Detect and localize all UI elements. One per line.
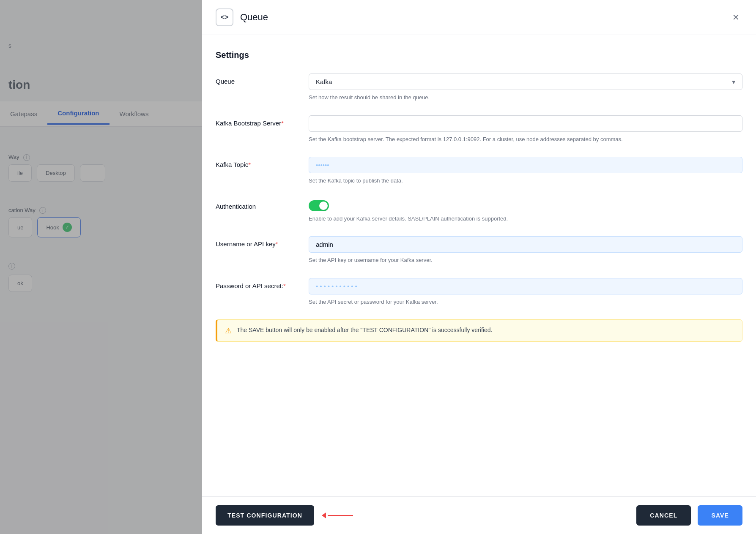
queue-label: Queue (216, 78, 235, 85)
toggle-knob (319, 202, 328, 210)
modal-panel: <> Queue ✕ Settings Queue Kafka RabbitMQ… (202, 0, 756, 534)
footer-right: CANCEL SAVE (636, 505, 742, 526)
arrow-line (328, 515, 353, 516)
bootstrap-label-col: Kafka Bootstrap Server* (216, 115, 309, 127)
test-configuration-button[interactable]: TEST CONFIGURATION (216, 505, 314, 526)
queue-select-wrapper[interactable]: Kafka RabbitMQ SQS ▼ (309, 74, 742, 90)
password-required: * (283, 282, 286, 289)
kafka-topic-label: Kafka Topic* (216, 161, 251, 168)
authentication-toggle-wrapper (309, 199, 742, 211)
authentication-input-col: Enable to add your Kafka server details.… (309, 199, 742, 223)
kafka-topic-row: Kafka Topic* Set the Kafka topic to publ… (216, 157, 742, 185)
arrow-head-icon (322, 512, 326, 518)
username-input[interactable] (309, 236, 742, 253)
authentication-toggle[interactable] (309, 200, 329, 211)
kafka-topic-input-col: Set the Kafka topic to publish the data. (309, 157, 742, 185)
warning-box: ⚠ The SAVE button will only be enabled a… (216, 319, 742, 342)
username-required: * (276, 240, 278, 248)
settings-title: Settings (216, 50, 742, 60)
queue-hint: Set how the result should be shared in t… (309, 93, 742, 102)
password-input[interactable] (309, 278, 742, 294)
bootstrap-hint: Set the Kafka bootstrap server. The expe… (309, 135, 742, 144)
username-label: Username or API key* (216, 240, 278, 248)
queue-field-row: Queue Kafka RabbitMQ SQS ▼ Set how the r… (216, 74, 742, 102)
password-row: Password or API secret:* Set the API sec… (216, 278, 742, 306)
kafka-topic-input[interactable] (309, 157, 742, 173)
queue-label-col: Queue (216, 74, 309, 85)
username-hint: Set the API key or username for your Kaf… (309, 256, 742, 264)
cancel-button[interactable]: CANCEL (636, 505, 691, 526)
save-button[interactable]: SAVE (698, 505, 742, 526)
warning-text: The SAVE button will only be enabled aft… (237, 326, 492, 335)
authentication-label-col: Authentication (216, 199, 309, 210)
close-button[interactable]: ✕ (729, 11, 742, 24)
bootstrap-label: Kafka Bootstrap Server* (216, 120, 284, 127)
queue-select[interactable]: Kafka RabbitMQ SQS (309, 74, 742, 90)
code-icon: <> (221, 14, 229, 21)
modal-title: Queue (240, 12, 268, 23)
bootstrap-input-col: Set the Kafka bootstrap server. The expe… (309, 115, 742, 144)
bootstrap-server-input[interactable] (309, 115, 742, 132)
kafka-topic-label-col: Kafka Topic* (216, 157, 309, 169)
modal-header-left: <> Queue (216, 8, 268, 26)
topic-required: * (248, 161, 251, 168)
bootstrap-server-row: Kafka Bootstrap Server* Set the Kafka bo… (216, 115, 742, 144)
password-label: Password or API secret:* (216, 282, 286, 289)
modal-footer: TEST CONFIGURATION CANCEL SAVE (202, 496, 756, 534)
arrow-indicator (323, 512, 353, 518)
kafka-topic-hint: Set the Kafka topic to publish the data. (309, 177, 742, 185)
username-row: Username or API key* Set the API key or … (216, 236, 742, 264)
modal-body: Settings Queue Kafka RabbitMQ SQS ▼ Set … (202, 35, 756, 496)
password-label-col: Password or API secret:* (216, 278, 309, 290)
code-icon-box: <> (216, 8, 233, 26)
bootstrap-required: * (281, 120, 284, 127)
username-input-col: Set the API key or username for your Kaf… (309, 236, 742, 264)
modal-header: <> Queue ✕ (202, 0, 756, 35)
footer-left: TEST CONFIGURATION (216, 505, 353, 526)
username-label-col: Username or API key* (216, 236, 309, 248)
warning-icon: ⚠ (225, 326, 232, 335)
authentication-label: Authentication (216, 203, 256, 210)
authentication-hint: Enable to add your Kafka server details.… (309, 215, 742, 223)
password-hint: Set the API secret or password for your … (309, 298, 742, 306)
password-input-col: Set the API secret or password for your … (309, 278, 742, 306)
queue-input-col: Kafka RabbitMQ SQS ▼ Set how the result … (309, 74, 742, 102)
authentication-row: Authentication Enable to add your Kafka … (216, 199, 742, 223)
